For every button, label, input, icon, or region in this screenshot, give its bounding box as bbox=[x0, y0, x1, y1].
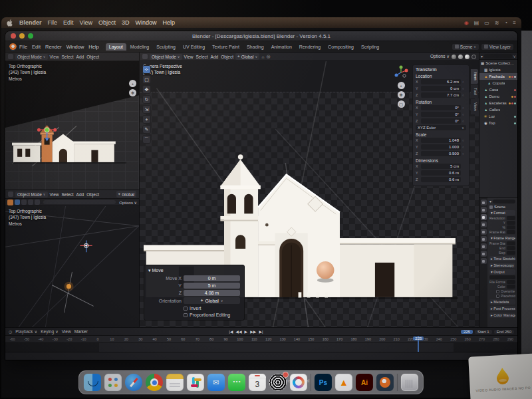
toolbar-tool-icon-7[interactable]: ⌒ bbox=[142, 135, 151, 144]
move-gizmo[interactable] bbox=[37, 128, 57, 142]
badge-dot[interactable] bbox=[509, 76, 511, 78]
section-header-time-stretching[interactable]: ▸ Time Stretching bbox=[489, 256, 515, 261]
property-field[interactable] bbox=[507, 251, 515, 255]
wifi-icon[interactable]: ≋ bbox=[495, 20, 499, 26]
property-field[interactable] bbox=[489, 275, 515, 279]
location-y-field[interactable]: 0 cm bbox=[421, 86, 461, 91]
menubar-item-file[interactable]: File bbox=[48, 19, 58, 26]
active-tool-icon[interactable] bbox=[7, 200, 13, 205]
shading-rendered-icon[interactable] bbox=[471, 55, 476, 59]
mode-selector[interactable]: Object Mode∨ bbox=[15, 54, 48, 60]
orientation-dropdown[interactable]: ⌖Global∨ bbox=[184, 297, 240, 304]
main-viewport-canvas[interactable]: Camera Perspective(347) Town | Iglesia ⊹… bbox=[140, 61, 479, 327]
property-field[interactable] bbox=[507, 230, 515, 234]
toolbar-tool-icon-1[interactable]: ▢ bbox=[142, 75, 151, 84]
n-panel-tab-item[interactable]: Item bbox=[471, 69, 478, 84]
dock-icon-launchpad[interactable] bbox=[104, 374, 122, 391]
dock-icon-chrome[interactable] bbox=[146, 374, 163, 391]
rotation-z-field[interactable]: 0° bbox=[421, 118, 461, 124]
move-z-field[interactable]: 4.08 m bbox=[184, 290, 240, 296]
outliner-item-fachada[interactable]: ▲Fachada bbox=[479, 73, 517, 80]
toolbar-tool-icon-0[interactable]: ⊹ bbox=[142, 65, 151, 74]
properties-tab-scene[interactable] bbox=[481, 229, 487, 235]
workspace-tab-compositing[interactable]: Compositing bbox=[325, 43, 357, 51]
snap-icon[interactable]: ∩ bbox=[261, 55, 265, 59]
dock-icon-messages[interactable] bbox=[228, 374, 245, 391]
control-center-icon[interactable]: ≡ bbox=[513, 20, 516, 26]
invert-checkbox[interactable]: Invert bbox=[184, 306, 240, 311]
current-frame-field[interactable]: 225 bbox=[461, 330, 473, 334]
scene-selector[interactable]: Scene∨ bbox=[452, 44, 479, 50]
badge-dot[interactable] bbox=[514, 116, 516, 118]
viewport-a-menu-add[interactable]: Add bbox=[76, 55, 84, 59]
sphere-object[interactable] bbox=[317, 261, 334, 279]
transport-button-1[interactable]: ◀◀ bbox=[235, 329, 241, 334]
lock-icon[interactable]: ○ bbox=[462, 86, 466, 90]
mode-selector[interactable]: Object Mode∨ bbox=[15, 192, 48, 198]
workspace-tab-scripting[interactable]: Scripting bbox=[358, 43, 382, 51]
workspace-tab-shading[interactable]: Shading bbox=[243, 43, 267, 51]
transport-button-4[interactable]: ▶| bbox=[259, 329, 263, 334]
navigation-gizmo[interactable] bbox=[394, 65, 408, 80]
blender-menu-help[interactable]: Help bbox=[88, 44, 98, 50]
shading-solid-icon[interactable] bbox=[458, 55, 463, 59]
timeline-menu-keying[interactable]: Keying ∨ bbox=[41, 329, 58, 334]
toolbar-tool-icon-2[interactable]: ✥ bbox=[142, 85, 151, 94]
viewport-a-menu-view[interactable]: View bbox=[50, 55, 59, 59]
nav-button-icon-1[interactable]: ✥ bbox=[398, 91, 405, 98]
dock-icon-blender[interactable] bbox=[376, 374, 394, 391]
outliner-item-domo[interactable]: ▲Domo bbox=[479, 93, 517, 100]
menubar-item-object[interactable]: Object bbox=[98, 19, 116, 26]
badge-dot[interactable] bbox=[511, 102, 513, 104]
lock-icon[interactable]: ○ bbox=[462, 80, 466, 84]
properties-tab-view-layer[interactable] bbox=[481, 221, 487, 227]
n-panel-tab-tool[interactable]: Tool bbox=[471, 84, 478, 98]
main-viewport-menu-view[interactable]: View bbox=[184, 55, 194, 59]
workspace-tab-animation[interactable]: Animation bbox=[268, 43, 295, 51]
playhead[interactable]: 225 bbox=[418, 336, 419, 352]
menubar-item-edit[interactable]: Edit bbox=[63, 19, 74, 26]
rotation-mode-dropdown[interactable]: XYZ Euler∨ bbox=[416, 125, 466, 130]
dock-icon-calendar[interactable]: 3 bbox=[249, 374, 266, 391]
zoom-button[interactable] bbox=[28, 33, 33, 39]
menubar-item-help[interactable]: Help bbox=[162, 19, 175, 26]
outliner-item-calles[interactable]: ▲Calles bbox=[479, 106, 517, 113]
shading-wireframe-icon[interactable] bbox=[452, 55, 456, 59]
timeline-menu-view[interactable]: View bbox=[62, 329, 71, 334]
dim-z-field[interactable]: 0.6 m bbox=[421, 177, 461, 182]
properties-search-input[interactable] bbox=[493, 200, 515, 203]
filter-icon[interactable]: ▾ bbox=[481, 54, 483, 59]
scale-z-field[interactable]: 0.500 bbox=[421, 151, 461, 156]
workspace-tab-rendering[interactable]: Rendering bbox=[296, 43, 324, 51]
property-field[interactable] bbox=[507, 246, 515, 250]
timeline-tracks[interactable] bbox=[5, 343, 517, 352]
options-dropdown[interactable]: Options ∨ bbox=[430, 54, 450, 59]
badge-dot[interactable] bbox=[511, 76, 513, 78]
dock-icon-creative-cloud[interactable] bbox=[290, 374, 307, 391]
operator-title[interactable]: ▾ Move bbox=[148, 268, 240, 273]
move-gizmo[interactable] bbox=[80, 240, 92, 252]
section-header-frame-range[interactable]: ▾ Frame Range bbox=[489, 235, 515, 241]
options-dropdown[interactable]: Options ∨ bbox=[119, 200, 137, 205]
editor-icon[interactable]: ▾ bbox=[489, 199, 491, 203]
main-viewport-menu-object[interactable]: Object bbox=[221, 55, 233, 59]
viewport-a-menu-object[interactable]: Object bbox=[86, 55, 99, 59]
workspace-tab-texture-paint[interactable]: Texture Paint bbox=[209, 43, 243, 51]
menubar-item-window[interactable]: Window bbox=[135, 19, 156, 26]
dock-icon-photoshop[interactable]: Ps bbox=[315, 374, 332, 391]
outliner-item-escaleras[interactable]: ▲Escaleras bbox=[479, 100, 517, 106]
property-field[interactable] bbox=[507, 221, 515, 225]
lock-icon[interactable]: ○ bbox=[462, 145, 466, 149]
section-header-stereoscopy[interactable]: ▸ Stereoscopy bbox=[489, 263, 515, 268]
blender-menu-window[interactable]: Window bbox=[66, 44, 84, 50]
lock-icon[interactable]: ○ bbox=[462, 106, 466, 110]
badge-dot[interactable] bbox=[514, 102, 516, 104]
section-header-color-management[interactable]: ▸ Color Management bbox=[489, 313, 515, 318]
location-z-field[interactable]: 7.7 cm bbox=[421, 92, 461, 98]
dock-icon-safari[interactable] bbox=[125, 374, 142, 391]
mode-selector[interactable]: Object Mode∨ bbox=[150, 54, 182, 60]
menubar-item-blender[interactable]: Blender bbox=[19, 19, 42, 26]
menubar-item-view[interactable]: View bbox=[80, 19, 92, 26]
nav-button-icon-2[interactable]: ▢ bbox=[398, 100, 405, 108]
church-model-mini[interactable] bbox=[12, 124, 126, 166]
